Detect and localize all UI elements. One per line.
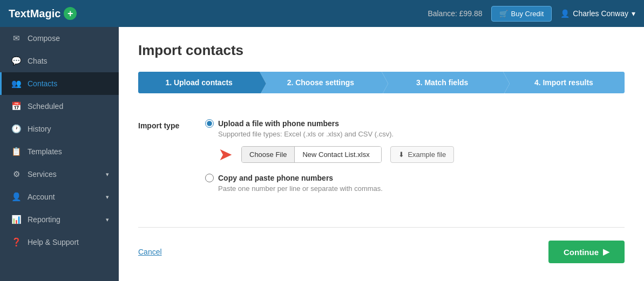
step-1: 1. Upload contacts [138, 72, 260, 93]
logo: TextMagic + [9, 7, 428, 20]
expand-arrow-icon: ▾ [106, 216, 109, 223]
sidebar-item-label: Account [28, 193, 99, 201]
header-right: Balance: £99.88 🛒 Buy Credit 👤 Charles C… [428, 6, 635, 22]
step-4: 4. Import results [503, 72, 625, 93]
option1-label: Upload a file with phone numbers [218, 119, 339, 128]
file-upload-row: ➤ Choose File New Contact List.xlsx ⬇ Ex… [218, 146, 454, 163]
balance-text: Balance: £99.88 [428, 9, 482, 18]
option1-radio[interactable] [205, 119, 214, 128]
templates-icon: 📋 [11, 147, 21, 156]
user-menu[interactable]: 👤 Charles Conway ▾ [560, 9, 635, 18]
sidebar-item-help[interactable]: ❓ Help & Support [0, 231, 119, 253]
sidebar-item-label: Help & Support [28, 238, 109, 246]
import-section: Import type Upload a file with phone num… [138, 111, 625, 214]
sidebar-item-label: Compose [28, 34, 109, 43]
sidebar-item-chats[interactable]: 💬 Chats [0, 50, 119, 72]
contacts-icon: 👥 [11, 79, 21, 88]
user-icon: 👤 [560, 9, 570, 18]
footer-row: Cancel Continue ▶ [138, 241, 625, 263]
sidebar-item-scheduled[interactable]: 📅 Scheduled [0, 95, 119, 118]
sidebar-item-label: Services [28, 170, 99, 179]
compose-icon: ✉ [11, 33, 21, 43]
sidebar-item-label: Templates [28, 147, 109, 156]
sidebar-item-reporting[interactable]: 📊 Reporting ▾ [0, 208, 119, 231]
services-icon: ⚙ [11, 169, 21, 179]
stepper: 1. Upload contacts2. Choose settings3. M… [138, 72, 625, 93]
download-icon: ⬇ [398, 150, 404, 159]
option2-desc: Paste one number per line or separate wi… [218, 184, 454, 193]
sidebar-item-label: History [28, 125, 109, 133]
choose-file-button[interactable]: Choose File [242, 147, 295, 162]
chats-icon: 💬 [11, 56, 21, 66]
header: TextMagic + Balance: £99.88 🛒 Buy Credit… [0, 0, 644, 27]
example-file-button[interactable]: ⬇ Example file [390, 146, 454, 163]
option2-label: Copy and paste phone numbers [218, 174, 333, 182]
cancel-button[interactable]: Cancel [138, 248, 162, 256]
sidebar-item-label: Scheduled [28, 102, 109, 111]
file-input-group: Choose File New Contact List.xlsx [241, 146, 382, 163]
import-options: Upload a file with phone numbers Support… [205, 119, 454, 193]
sidebar-item-label: Chats [28, 57, 109, 65]
buy-credit-button[interactable]: 🛒 Buy Credit [491, 6, 552, 22]
sidebar-item-compose[interactable]: ✉ Compose [0, 27, 119, 50]
option2-row: Copy and paste phone numbers Paste one n… [205, 174, 454, 193]
sidebar-item-contacts[interactable]: 👥 Contacts [0, 72, 119, 95]
sidebar-item-services[interactable]: ⚙ Services ▾ [0, 163, 119, 186]
cart-icon: 🛒 [499, 10, 508, 18]
step-2: 2. Choose settings [260, 72, 381, 93]
sidebar-item-label: Contacts [28, 79, 109, 88]
import-type-row: Import type Upload a file with phone num… [138, 119, 625, 193]
sidebar-item-templates[interactable]: 📋 Templates [0, 140, 119, 163]
user-name: Charles Conway [573, 9, 628, 18]
chevron-down-icon: ▾ [632, 9, 635, 18]
option1-row: Upload a file with phone numbers Support… [205, 119, 454, 163]
reporting-icon: 📊 [11, 215, 21, 224]
option2-main: Copy and paste phone numbers [205, 174, 454, 182]
option1-desc: Supported file types: Excel (.xls or .xl… [218, 130, 454, 138]
logo-text: TextMagic [9, 8, 60, 20]
layout: ✉ Compose 💬 Chats 👥 Contacts 📅 Scheduled… [0, 27, 644, 281]
continue-arrow-icon: ▶ [603, 247, 609, 257]
section-divider [138, 227, 625, 228]
sidebar-item-account[interactable]: 👤 Account ▾ [0, 186, 119, 208]
sidebar-item-history[interactable]: 🕐 History [0, 118, 119, 140]
file-name-display: New Contact List.xlsx [295, 147, 381, 162]
option1-main: Upload a file with phone numbers [205, 119, 454, 128]
expand-arrow-icon: ▾ [106, 171, 109, 178]
help-icon: ❓ [11, 237, 21, 247]
sidebar: ✉ Compose 💬 Chats 👥 Contacts 📅 Scheduled… [0, 27, 119, 281]
buy-credit-label: Buy Credit [511, 10, 544, 18]
expand-arrow-icon: ▾ [106, 194, 109, 201]
continue-label: Continue [564, 248, 599, 257]
continue-button[interactable]: Continue ▶ [548, 241, 625, 263]
page-title: Import contacts [138, 42, 625, 59]
option2-radio[interactable] [205, 174, 214, 182]
main-content: Import contacts 1. Upload contacts2. Cho… [119, 27, 644, 281]
step-3: 3. Match fields [382, 72, 503, 93]
example-file-label: Example file [408, 150, 446, 159]
arrow-indicator: ➤ [218, 146, 233, 163]
history-icon: 🕐 [11, 124, 21, 134]
scheduled-icon: 📅 [11, 101, 21, 111]
sidebar-item-label: Reporting [28, 215, 99, 224]
account-icon: 👤 [11, 192, 21, 202]
import-type-label: Import type [138, 119, 192, 130]
logo-plus-icon: + [64, 7, 77, 20]
